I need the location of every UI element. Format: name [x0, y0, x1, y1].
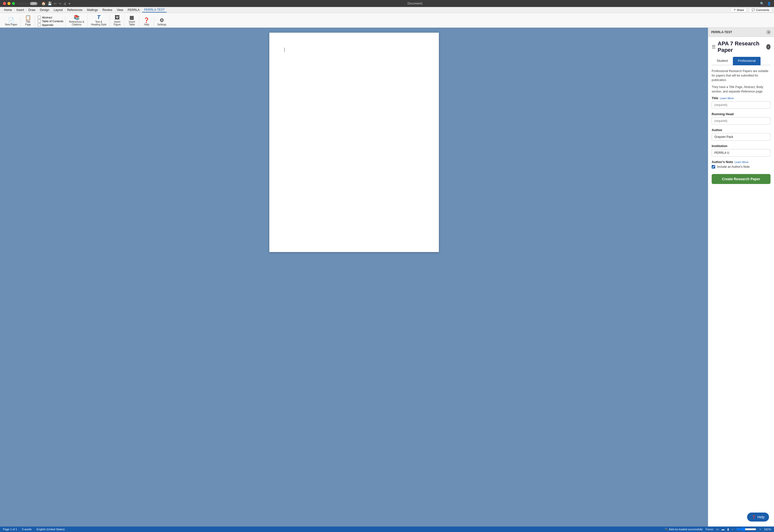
author-label: Author — [712, 128, 771, 132]
minimize-button[interactable] — [7, 2, 10, 5]
authors-note-label: Author's Note Learn More — [712, 160, 771, 164]
references-label: References &Citations — [69, 20, 84, 26]
info-button[interactable]: i — [766, 44, 771, 50]
language: English (United States) — [37, 528, 65, 531]
author-field-group: Author — [712, 128, 771, 141]
menu-perrla-test[interactable]: PERRLA-TEST — [142, 7, 167, 12]
menu-view[interactable]: View — [115, 8, 125, 12]
menu-bar: Home Insert Draw Design Layout Reference… — [0, 7, 774, 13]
menu-right-actions: ↗ Share 💬 Comments — [731, 7, 772, 12]
menu-references[interactable]: References — [65, 8, 84, 12]
document-page[interactable] — [269, 33, 439, 252]
comments-button[interactable]: 💬 Comments — [749, 7, 772, 12]
side-panel-title: PERRLA-TEST — [711, 30, 732, 34]
search-icon[interactable]: 🔍 — [760, 2, 764, 5]
account-icon[interactable]: 👤 — [767, 2, 771, 5]
toc-checkbox-row[interactable]: Table of Contents — [38, 19, 63, 23]
appendix-checkbox[interactable] — [38, 23, 41, 26]
comment-icon: 💬 — [752, 8, 755, 11]
abstract-checkbox-row[interactable]: Abstract — [38, 16, 63, 19]
print-icon[interactable]: 🖨 — [63, 2, 67, 5]
side-panel: PERRLA-TEST ✕ ☰ APA 7 Research Paper i S… — [708, 28, 774, 527]
text-icon: T — [97, 14, 100, 20]
main-area: PERRLA-TEST ✕ ☰ APA 7 Research Paper i S… — [0, 28, 774, 527]
new-paper-button[interactable]: 📄 New Paper — [4, 17, 18, 26]
help-button[interactable]: ❓ Help — [747, 513, 769, 522]
menu-layout[interactable]: Layout — [52, 8, 65, 12]
title-page-button[interactable]: 📋 TitlePage — [23, 14, 33, 26]
ribbon-group-references: 📚 References &Citations — [66, 14, 88, 27]
help-circle-icon: ❓ — [752, 515, 756, 519]
insert-table-label: InsertTable — [129, 20, 135, 26]
menu-insert[interactable]: Insert — [14, 8, 26, 12]
authors-note-checkbox[interactable] — [712, 165, 715, 169]
authors-note-learn-more[interactable]: Learn More — [734, 161, 748, 164]
focus-button[interactable]: Focus — [706, 528, 713, 531]
tab-professional[interactable]: Professional — [733, 57, 761, 65]
undo-icon[interactable]: ↩ — [54, 2, 57, 5]
appendix-checkbox-row[interactable]: Appendix — [38, 23, 63, 26]
create-research-paper-button[interactable]: Create Research Paper — [712, 174, 771, 184]
ribbon-group-table: ▦ InsertTable — [125, 14, 139, 27]
menu-home[interactable]: Home — [2, 8, 14, 12]
authors-note-checkbox-label: Include an Author's Note — [717, 165, 750, 169]
share-button[interactable]: ↗ Share — [731, 7, 747, 12]
document-area[interactable] — [0, 28, 708, 527]
nav-home-icon[interactable]: 🏠 — [41, 1, 46, 5]
insert-figure-label: InsertFigure — [114, 20, 121, 26]
autosave-indicator: AutoSave OFF — [17, 2, 37, 5]
help-ribbon-icon: ❓ — [143, 18, 150, 23]
title-label: Title Learn More — [712, 96, 771, 100]
help-area: ❓ Help — [708, 519, 774, 527]
menu-mailings[interactable]: Mailings — [85, 8, 100, 12]
tab-student[interactable]: Student — [712, 57, 733, 65]
references-citations-button[interactable]: 📚 References &Citations — [68, 14, 85, 26]
settings-icon: ⚙ — [160, 18, 164, 23]
menu-draw[interactable]: Draw — [26, 8, 37, 12]
redo-icon[interactable]: ↪ — [59, 2, 61, 5]
ribbon-group-new-paper: 📄 New Paper — [2, 17, 20, 27]
title-learn-more[interactable]: Learn More — [720, 97, 734, 100]
maximize-button[interactable] — [12, 2, 15, 5]
abstract-checkbox[interactable] — [38, 16, 41, 19]
hamburger-icon[interactable]: ☰ — [712, 44, 716, 50]
close-button[interactable] — [3, 2, 6, 5]
settings-button[interactable]: ⚙ Settings — [156, 17, 167, 26]
menu-design[interactable]: Design — [38, 8, 51, 12]
side-panel-content: ☰ APA 7 Research Paper i Student Profess… — [708, 37, 774, 519]
side-panel-close-button[interactable]: ✕ — [766, 30, 771, 35]
view-web-icon[interactable]: ▮ — [727, 528, 729, 531]
settings-label: Settings — [157, 23, 166, 26]
zoom-level[interactable]: 161% — [764, 528, 771, 531]
author-input[interactable] — [712, 133, 771, 141]
customize-icon[interactable]: ▾ — [69, 2, 70, 5]
zoom-slider[interactable] — [736, 527, 756, 531]
toc-checkbox[interactable] — [38, 19, 41, 23]
insert-figure-button[interactable]: 🖼 InsertFigure — [112, 14, 122, 26]
text-heading-button[interactable]: T Text &Heading Style — [90, 14, 107, 26]
ribbon-group-help: ❓ Help — [140, 17, 154, 27]
view-normal-icon[interactable]: ▭ — [716, 528, 719, 531]
view-print-icon[interactable]: ▬ — [722, 528, 724, 531]
ribbon-checklist: Abstract Table of Contents Appendix — [38, 16, 63, 26]
institution-field-group: Institution — [712, 144, 771, 157]
zoom-out-icon[interactable]: − — [732, 528, 733, 531]
save-icon[interactable]: 💾 — [48, 1, 52, 5]
panel-title: APA 7 Research Paper — [718, 40, 764, 53]
title-input[interactable] — [712, 101, 771, 109]
status-bar: Page 1 of 1 0 words English (United Stat… — [0, 527, 774, 532]
title-bar: AutoSave OFF 🏠 💾 ↩ ↪ 🖨 ▾ Document1 🔍 👤 — [0, 0, 774, 7]
new-paper-label: New Paper — [5, 23, 17, 26]
help-ribbon-button[interactable]: ❓ Help — [142, 17, 152, 26]
menu-review[interactable]: Review — [100, 8, 114, 12]
menu-perrla[interactable]: PERRLA — [126, 8, 142, 12]
word-count: 0 words — [22, 528, 32, 531]
text-cursor — [284, 48, 285, 52]
institution-input[interactable] — [712, 149, 771, 157]
insert-table-button[interactable]: ▦ InsertTable — [127, 14, 137, 26]
description-line2: They have a Title Page, Abstract, Body s… — [712, 85, 771, 94]
ribbon-group-text-heading: T Text &Heading Style — [88, 14, 110, 27]
zoom-in-icon[interactable]: + — [759, 528, 761, 531]
ribbon: 📄 New Paper 📋 TitlePage Abstract Table o… — [0, 13, 774, 28]
running-head-input[interactable] — [712, 117, 771, 125]
